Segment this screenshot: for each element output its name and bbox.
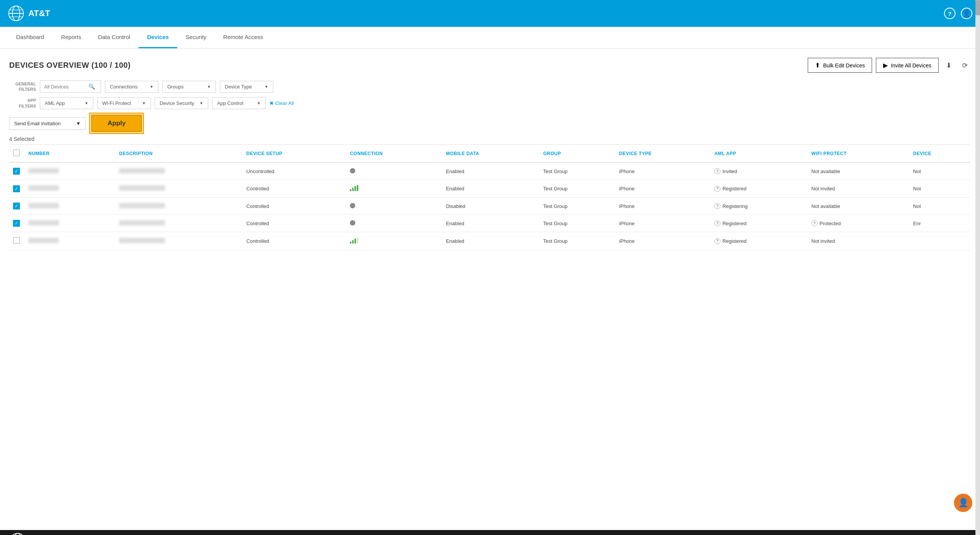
row3-aml-app: ? Registering	[710, 198, 807, 215]
row3-device-type: iPhone	[615, 198, 710, 215]
help-circle-icon: ?	[714, 186, 720, 192]
user-icon[interactable]: 👤	[961, 8, 972, 19]
row5-group: Test Group	[539, 232, 615, 250]
action-row: Send Email invitation ▼ Apply	[9, 115, 971, 132]
row4-device-setup: Controlled	[243, 215, 346, 232]
blurred-number	[28, 220, 59, 226]
scrollbar-track[interactable]	[975, 0, 980, 535]
col-connection: CONNECTION	[346, 145, 442, 162]
blurred-number	[28, 238, 59, 243]
row1-checkbox[interactable]: ✓	[13, 168, 20, 175]
row3-device-setup: Controlled	[243, 198, 346, 215]
devices-table-wrap: NUMBER DESCRIPTION DEVICE SETUP CONNECTI…	[9, 144, 971, 250]
nav-dashboard[interactable]: Dashboard	[8, 27, 52, 48]
row2-aml-app: ? Registered	[710, 180, 807, 198]
row1-aml-status: ? Invited	[714, 168, 804, 174]
row3-description	[115, 198, 242, 215]
help-circle-icon: ?	[714, 238, 720, 244]
apply-button[interactable]: Apply	[91, 115, 142, 132]
connection-dot-icon	[350, 203, 355, 208]
help-circle-icon: ?	[812, 220, 818, 226]
row5-checkbox-cell[interactable]	[9, 232, 24, 250]
groups-arrow-icon: ▼	[207, 85, 211, 89]
device-type-filter[interactable]: Device Type ▼	[220, 81, 273, 93]
row2-group: Test Group	[539, 180, 615, 198]
col-wifi-protect: WIFI PROTECT	[808, 145, 910, 162]
row4-wifi-status: ? Protected	[812, 220, 906, 226]
row2-checkbox-cell[interactable]: ✓	[9, 180, 24, 198]
table-row: ✓ Controlled Enabled Test Group	[9, 180, 971, 198]
row4-mobile-data: Enabled	[442, 215, 539, 232]
refresh-icon[interactable]: ⟳	[959, 59, 971, 72]
send-email-select[interactable]: Send Email invitation ▼	[9, 117, 86, 130]
page-title: DEVICES OVERVIEW (100 / 100)	[9, 61, 131, 70]
blurred-number	[28, 185, 59, 191]
page-actions: ⬆ Bulk Edit Devices ▶ Invite All Devices…	[808, 58, 971, 73]
row4-description	[115, 215, 242, 232]
search-input[interactable]	[44, 84, 86, 90]
row2-aml-status: ? Registered	[714, 186, 804, 192]
nav-reports[interactable]: Reports	[52, 27, 90, 48]
action-area: Send Email invitation ▼ Apply 4 Selected	[9, 115, 971, 142]
nav-security[interactable]: Security	[177, 27, 215, 48]
row4-checkbox[interactable]: ✓	[13, 220, 20, 227]
row5-device-sec	[909, 232, 971, 250]
search-filter[interactable]: 🔍	[40, 80, 101, 93]
help-circle-icon: ?	[714, 203, 720, 209]
row1-aml-app: ? Invited	[710, 162, 807, 180]
row5-checkbox[interactable]	[13, 237, 20, 244]
logo-area: AT&T	[8, 5, 50, 22]
row1-group: Test Group	[539, 162, 615, 180]
invite-all-button[interactable]: ▶ Invite All Devices	[876, 58, 939, 73]
row1-connection	[346, 162, 442, 180]
main-content: DEVICES OVERVIEW (100 / 100) ⬆ Bulk Edit…	[0, 49, 980, 530]
app-control-filter[interactable]: App Control ▼	[212, 97, 266, 109]
row3-checkbox[interactable]: ✓	[13, 203, 20, 209]
col-number: NUMBER	[24, 145, 115, 162]
signal-bars-icon	[350, 185, 358, 191]
row4-device-type: iPhone	[615, 215, 710, 232]
row4-number	[24, 215, 115, 232]
nav-devices[interactable]: Devices	[139, 27, 177, 48]
nav-remote-access[interactable]: Remote Access	[215, 27, 271, 48]
row2-mobile-data: Enabled	[442, 180, 539, 198]
row1-checkbox-cell[interactable]: ✓	[9, 162, 24, 180]
row1-device-sec: Not	[909, 162, 971, 180]
aml-app-filter[interactable]: AML App ▼	[40, 97, 93, 109]
help-icon[interactable]: ?	[944, 8, 956, 19]
row5-wifi-protect: Not invited	[808, 232, 910, 250]
blurred-desc	[119, 203, 165, 208]
footer-globe-icon	[9, 532, 26, 535]
upload-icon: ⬆	[815, 62, 820, 69]
row3-mobile-data: Disabled	[442, 198, 539, 215]
row3-checkbox-cell[interactable]: ✓	[9, 198, 24, 215]
signal-bars-icon	[350, 237, 358, 244]
row1-mobile-data: Enabled	[442, 162, 539, 180]
select-all-header[interactable]	[9, 145, 24, 162]
select-all-checkbox[interactable]	[13, 149, 20, 156]
row4-aml-status: ? Registered	[714, 220, 804, 226]
blurred-desc	[119, 168, 165, 173]
wifi-protect-filter[interactable]: Wi-Fi Protect ▼	[97, 97, 151, 109]
row1-device-setup: Uncontrolled	[243, 162, 346, 180]
download-icon[interactable]: ⬇	[942, 59, 955, 72]
support-chat-button[interactable]: 👤	[954, 494, 972, 512]
device-security-filter[interactable]: Device Security ▼	[155, 97, 208, 109]
scrollbar-thumb[interactable]	[975, 0, 980, 15]
connections-filter[interactable]: Connections ▼	[105, 81, 158, 93]
footer-logo: AT&T	[9, 532, 47, 535]
header: AT&T ? 👤	[0, 0, 980, 27]
row5-connection	[346, 232, 442, 250]
bulk-edit-button[interactable]: ⬆ Bulk Edit Devices	[808, 58, 872, 73]
clear-all-button[interactable]: ✖ Clear All	[270, 100, 294, 106]
nav-data-control[interactable]: Data Control	[90, 27, 139, 48]
row3-wifi-protect: Not available	[808, 198, 910, 215]
help-circle-icon: ?	[714, 168, 720, 174]
row2-device-sec: Not	[909, 180, 971, 198]
groups-filter[interactable]: Groups ▼	[162, 81, 216, 93]
row1-description	[115, 162, 242, 180]
row4-aml-app: ? Registered	[710, 215, 807, 232]
row2-checkbox[interactable]: ✓	[13, 185, 20, 192]
navigation: Dashboard Reports Data Control Devices S…	[0, 27, 980, 49]
row4-checkbox-cell[interactable]: ✓	[9, 215, 24, 232]
